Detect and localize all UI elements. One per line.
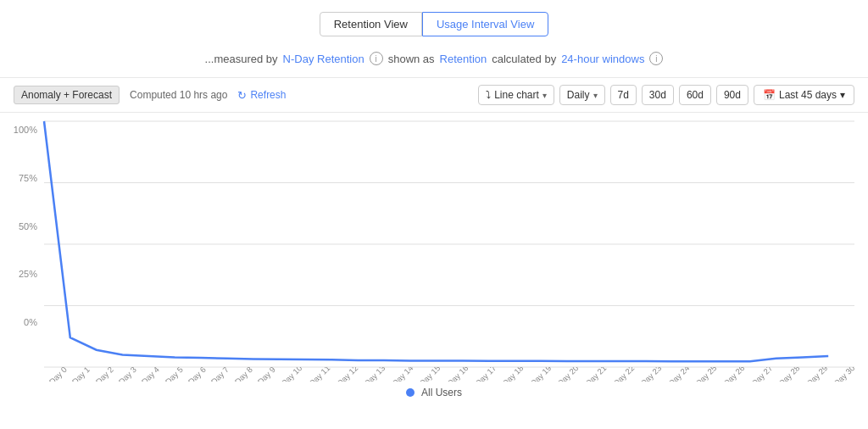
legend-label: All Users [421, 387, 462, 398]
usage-interval-view-tab[interactable]: Usage Interval View [422, 12, 548, 36]
x-label-day16: Day 16 [445, 367, 470, 382]
y-label-0: 0% [24, 317, 37, 327]
chart-type-icon: ⤵ [486, 89, 491, 101]
date-range-chevron-icon: ▾ [840, 89, 845, 101]
90d-button[interactable]: 90d [716, 85, 748, 105]
x-label-day6: Day 6 [186, 367, 208, 382]
chart-type-dropdown[interactable]: ⤵ Line chart ▾ [478, 85, 554, 105]
x-label-day21: Day 21 [583, 367, 608, 382]
chart-wrapper: 100% 75% 50% 25% 0% Day 0 Day 1 Day 2 Da… [0, 113, 868, 382]
x-label-day27: Day 27 [749, 367, 774, 382]
x-label-day9: Day 9 [256, 367, 277, 382]
y-axis: 100% 75% 50% 25% 0% [0, 121, 44, 382]
chart-legend: All Users [0, 382, 868, 405]
30d-button[interactable]: 30d [642, 85, 674, 105]
interval-dropdown[interactable]: Daily ▾ [559, 85, 605, 105]
measured-by-row: ...measured by N-Day Retention i shown a… [0, 45, 868, 77]
chart-type-label: Line chart [494, 89, 539, 101]
interval-label: Daily [567, 89, 590, 101]
x-label-day10: Day 10 [280, 367, 304, 382]
x-label-day8: Day 8 [232, 367, 253, 382]
retention-line [44, 121, 828, 361]
computed-time-text: Computed 10 hrs ago [130, 89, 227, 101]
measured-by-prefix: ...measured by [205, 53, 278, 65]
date-range-label: Last 45 days [779, 89, 837, 101]
x-label-day22: Day 22 [611, 367, 636, 382]
y-label-50: 50% [19, 221, 37, 231]
n-day-retention-link[interactable]: N-Day Retention [283, 53, 364, 65]
toolbar-right: ⤵ Line chart ▾ Daily ▾ 7d 30d 60d 90d 📅 … [478, 85, 854, 105]
x-label-day30: Day 30 [832, 367, 854, 382]
60d-button[interactable]: 60d [679, 85, 711, 105]
x-label-day0: Day 0 [47, 367, 69, 382]
date-range-dropdown[interactable]: 📅 Last 45 days ▾ [754, 85, 854, 105]
x-label-day15: Day 15 [418, 367, 442, 382]
n-day-info-icon[interactable]: i [370, 52, 383, 65]
x-label-day11: Day 11 [307, 367, 331, 382]
x-label-day3: Day 3 [117, 367, 138, 382]
interval-chevron-icon: ▾ [593, 91, 598, 100]
x-label-day5: Day 5 [163, 367, 184, 382]
7d-button[interactable]: 7d [610, 85, 637, 105]
x-label-day29: Day 29 [804, 367, 829, 382]
x-label-day17: Day 17 [473, 367, 498, 382]
windows-info-icon[interactable]: i [649, 52, 663, 65]
x-label-day28: Day 28 [777, 367, 802, 382]
refresh-label: Refresh [250, 89, 286, 101]
retention-chart [44, 121, 854, 367]
24-hour-windows-link[interactable]: 24-hour windows [561, 53, 644, 65]
x-label-day12: Day 12 [335, 367, 359, 382]
legend-dot [406, 388, 415, 397]
retention-link[interactable]: Retention [440, 53, 487, 65]
chart-type-chevron-icon: ▾ [542, 91, 547, 100]
y-label-100: 100% [14, 125, 37, 135]
x-label-day7: Day 7 [209, 367, 231, 382]
calendar-icon: 📅 [763, 89, 776, 101]
shown-as-label: shown as [388, 53, 435, 65]
x-label-day2: Day 2 [93, 367, 114, 382]
calculated-by-label: calculated by [492, 53, 556, 65]
x-label-day26: Day 26 [721, 367, 746, 382]
y-label-75: 75% [19, 173, 37, 183]
refresh-button[interactable]: ↻ Refresh [237, 89, 286, 102]
x-label-day4: Day 4 [140, 367, 161, 382]
retention-view-tab[interactable]: Retention View [320, 12, 422, 36]
x-label-day24: Day 24 [666, 367, 691, 382]
x-label-day23: Day 23 [639, 367, 664, 382]
x-axis: Day 0 Day 1 Day 2 Day 3 Day 4 Day 5 Day … [44, 367, 854, 382]
x-label-day20: Day 20 [556, 367, 581, 382]
chart-area: Day 0 Day 1 Day 2 Day 3 Day 4 Day 5 Day … [44, 121, 854, 382]
x-label-day18: Day 18 [501, 367, 526, 382]
toolbar: Anomaly + Forecast Computed 10 hrs ago ↻… [0, 77, 868, 113]
refresh-icon: ↻ [237, 89, 247, 102]
x-label-day1: Day 1 [70, 367, 92, 382]
anomaly-forecast-badge: Anomaly + Forecast [14, 86, 120, 104]
x-label-day13: Day 13 [363, 367, 387, 382]
x-label-day14: Day 14 [390, 367, 415, 382]
x-label-day25: Day 25 [694, 367, 719, 382]
x-label-day19: Day 19 [528, 367, 553, 382]
y-label-25: 25% [19, 269, 37, 279]
